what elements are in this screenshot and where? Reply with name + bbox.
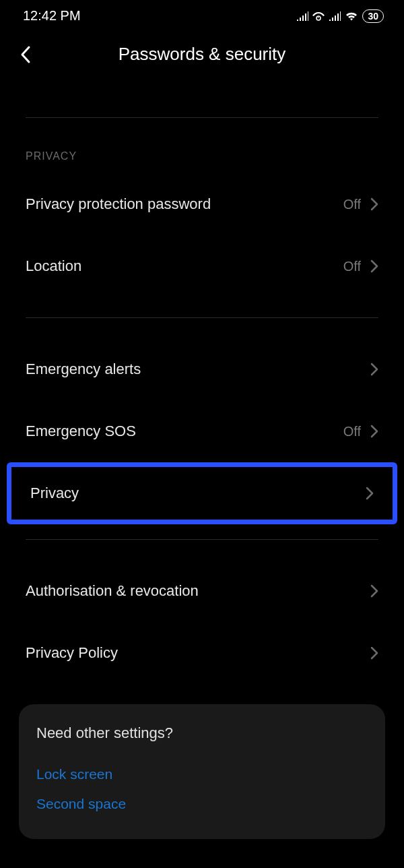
row-label: Privacy Policy: [26, 644, 118, 662]
row-label: Emergency alerts: [26, 361, 141, 378]
row-authorisation-revocation[interactable]: Authorisation & revocation: [0, 560, 404, 622]
chevron-right-icon: [370, 363, 378, 376]
header: Passwords & security: [0, 29, 404, 78]
row-label: Privacy: [30, 485, 79, 502]
row-label: Location: [26, 257, 81, 275]
svg-point-0: [316, 16, 321, 20]
chevron-right-icon: [370, 646, 378, 660]
row-value: Off: [343, 197, 361, 212]
wifi-sync-icon: [312, 11, 325, 22]
battery-indicator: 30: [362, 9, 384, 23]
signal-icon-1: [296, 11, 308, 21]
link-second-space[interactable]: Second space: [36, 789, 368, 819]
wifi-icon: [345, 11, 358, 22]
status-bar: 12:42 PM 30: [0, 0, 404, 29]
chevron-right-icon: [370, 584, 378, 598]
row-label: Authorisation & revocation: [26, 582, 199, 600]
row-privacy-protection-password[interactable]: Privacy protection password Off: [0, 173, 404, 235]
row-location[interactable]: Location Off: [0, 235, 404, 297]
card-title: Need other settings?: [36, 724, 368, 742]
row-label: Emergency SOS: [26, 423, 136, 440]
chevron-right-icon: [370, 425, 378, 438]
row-privacy[interactable]: Privacy: [11, 467, 393, 520]
row-value: Off: [343, 424, 361, 439]
highlight-box: Privacy: [7, 462, 397, 524]
section-header-privacy: PRIVACY: [0, 118, 404, 173]
signal-icon-2: [329, 11, 341, 21]
other-settings-card: Need other settings? Lock screen Second …: [19, 704, 385, 839]
link-lock-screen[interactable]: Lock screen: [36, 760, 368, 789]
status-time: 12:42 PM: [23, 8, 81, 24]
chevron-right-icon: [366, 487, 374, 500]
row-emergency-sos[interactable]: Emergency SOS Off: [0, 400, 404, 462]
row-value: Off: [343, 259, 361, 274]
chevron-right-icon: [370, 259, 378, 273]
row-emergency-alerts[interactable]: Emergency alerts: [0, 338, 404, 400]
page-title: Passwords & security: [20, 44, 384, 65]
status-right: 30: [296, 9, 384, 23]
chevron-right-icon: [370, 197, 378, 211]
row-privacy-policy[interactable]: Privacy Policy: [0, 622, 404, 684]
row-label: Privacy protection password: [26, 195, 211, 213]
